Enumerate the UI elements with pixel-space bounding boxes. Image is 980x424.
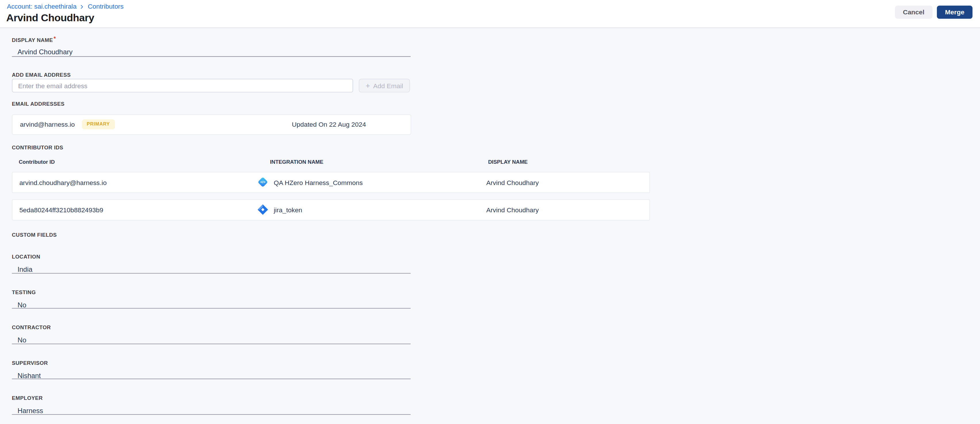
custom-field-testing: TESTING: [12, 289, 410, 309]
custom-field-contractor: CONTRACTOR: [12, 324, 410, 344]
custom-field-label: TESTING: [12, 289, 410, 295]
top-bar: Account: sai.cheethirala Contributors Ar…: [0, 0, 980, 28]
custom-field-label: EMPLOYER: [12, 395, 410, 401]
contributor-ids-label: CONTRIBUTOR IDS: [12, 144, 63, 151]
content-area: DISPLAY NAME* ADD EMAIL ADDRESS + Add Em…: [0, 28, 980, 424]
integration-name: QA HZero Harness_Commons: [274, 178, 363, 186]
integration-cell: </> QA HZero Harness_Commons: [257, 176, 486, 188]
contributor-id-cell: 5eda80244ff3210b882493b9: [19, 206, 257, 213]
page-title: Arvind Choudhary: [6, 12, 94, 24]
chevron-right-icon: [80, 4, 84, 9]
custom-fields-label: CUSTOM FIELDS: [12, 232, 57, 238]
merge-button[interactable]: Merge: [937, 6, 972, 19]
integration-name: jira_token: [274, 206, 302, 213]
email-address-row: arvind@harness.io PRIMARY Updated On 22 …: [12, 114, 411, 135]
contractor-input[interactable]: [12, 335, 410, 345]
location-input[interactable]: [12, 264, 410, 274]
custom-field-line: [12, 404, 410, 414]
add-email-button-label: Add Email: [373, 82, 403, 89]
custom-field-label: CONTRACTOR: [12, 324, 410, 330]
table-row: arvind.choudhary@harness.io </> QA HZero…: [12, 172, 650, 193]
add-email-input[interactable]: [12, 79, 353, 92]
svg-text:</>: </>: [260, 180, 265, 184]
add-email-label: ADD EMAIL ADDRESS: [12, 72, 71, 78]
custom-field-line: [12, 298, 410, 308]
breadcrumb-contributors-link[interactable]: Contributors: [88, 3, 124, 10]
primary-badge: PRIMARY: [82, 119, 115, 129]
table-row: 5eda80244ff3210b882493b9 jira_token Arvi…: [12, 199, 650, 221]
custom-field-employer: EMPLOYER: [12, 395, 410, 414]
integration-cell: jira_token: [257, 204, 486, 216]
column-contributor-id: Contributor ID: [19, 159, 256, 165]
custom-field-label: LOCATION: [12, 254, 410, 260]
cancel-button[interactable]: Cancel: [895, 6, 932, 19]
custom-field-supervisor: SUPERVISOR: [12, 360, 410, 380]
code-integration-icon: </>: [257, 176, 269, 188]
display-name-cell: Arvind Choudhary: [486, 206, 649, 213]
add-email-button[interactable]: + Add Email: [359, 79, 410, 92]
contributor-ids-table-header: Contributor ID INTEGRATION NAME DISPLAY …: [12, 159, 650, 165]
email-addresses-label: EMAIL ADDRESSES: [12, 100, 64, 107]
display-name-label-text: DISPLAY NAME: [12, 37, 53, 43]
custom-field-line: [12, 333, 410, 344]
breadcrumb: Account: sai.cheethirala Contributors: [7, 3, 124, 10]
employer-input[interactable]: [12, 406, 410, 415]
custom-field-line: [12, 263, 410, 273]
contributor-id-cell: arvind.choudhary@harness.io: [19, 178, 257, 186]
custom-field-label: SUPERVISOR: [12, 360, 410, 366]
custom-field-location: LOCATION: [12, 254, 410, 273]
supervisor-input[interactable]: [12, 370, 410, 380]
display-name-cell: Arvind Choudhary: [486, 178, 649, 186]
contributor-detail-page: Account: sai.cheethirala Contributors Ar…: [0, 0, 980, 424]
column-integration-name: INTEGRATION NAME: [256, 159, 486, 165]
column-display-name: DISPLAY NAME: [486, 159, 650, 165]
display-name-label: DISPLAY NAME*: [12, 36, 56, 43]
testing-input[interactable]: [12, 300, 410, 310]
plus-icon: +: [366, 82, 370, 89]
breadcrumb-account-link[interactable]: Account: sai.cheethirala: [7, 3, 76, 10]
display-name-field: [12, 46, 410, 57]
email-updated-on: Updated On 22 Aug 2024: [292, 121, 366, 128]
custom-field-line: [12, 369, 410, 379]
required-asterisk: *: [54, 36, 56, 42]
display-name-input[interactable]: [12, 47, 410, 57]
email-address-value: arvind@harness.io: [20, 121, 75, 128]
header-actions: Cancel Merge: [895, 6, 972, 19]
jira-icon: [257, 204, 269, 216]
